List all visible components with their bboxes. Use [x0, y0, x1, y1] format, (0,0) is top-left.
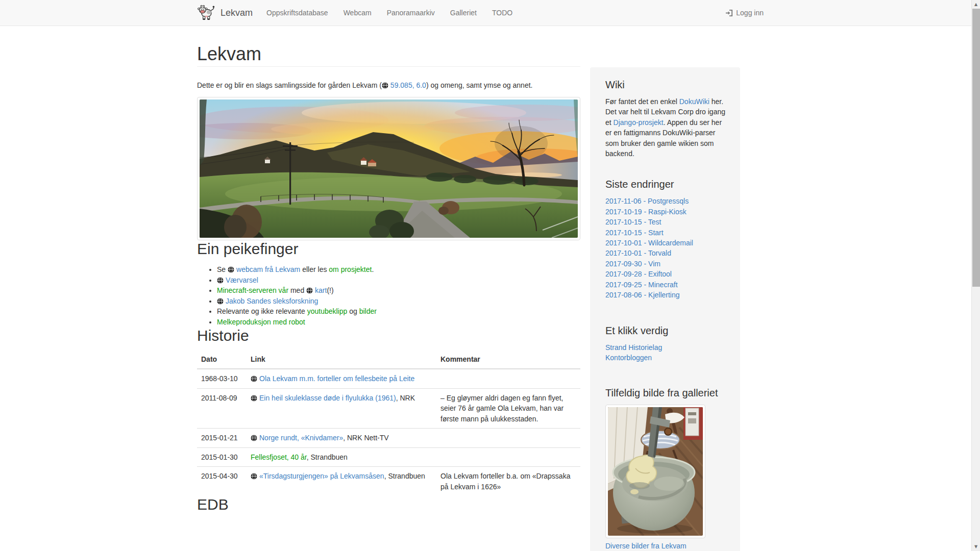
login-label: Logg inn	[736, 9, 764, 17]
page: { "colors": { "link_blue": "#3e80c2", "l…	[0, 0, 980, 551]
comment-cell: – Eg gløymer aldri dagen eg fann flyet, …	[436, 388, 580, 429]
wiki-link[interactable]: om prosjektet	[329, 265, 372, 273]
scroll-up-icon[interactable]: ▲	[972, 0, 980, 9]
scrollbar[interactable]: ▲ ▼	[971, 0, 980, 551]
navbar: Lekvam OppskriftsdatabaseWebcamPanoramaa…	[0, 0, 971, 26]
login-link[interactable]: Logg inn	[725, 9, 771, 17]
column-header-kommentar: Kommentar	[436, 350, 580, 369]
page-title: Lekvam	[197, 44, 580, 67]
wiki-link[interactable]: youtubeklipp	[307, 307, 348, 315]
external-link[interactable]: Jakob Sandes sleksforskning	[226, 297, 318, 305]
sidebar-heading-worth-a-click: Et klikk verdig	[605, 323, 729, 338]
comment-cell	[436, 447, 580, 467]
external-link[interactable]: «Tirsdagsturgjengen» på Lekvamsåsen	[259, 472, 384, 480]
pointer-item: Jakob Sandes sleksforskning	[217, 296, 580, 307]
nav-item-webcam[interactable]: Webcam	[336, 0, 379, 26]
worth-link[interactable]: Strand Historielag	[605, 342, 729, 353]
sidebar: Wiki Før fantet det en enkel DokuWiki he…	[590, 67, 740, 551]
globe-icon	[251, 395, 257, 402]
date-cell: 2015-01-30	[197, 447, 247, 467]
navbar-menu: OppskriftsdatabaseWebcamPanoramaarkivGal…	[259, 0, 520, 26]
navbar-container: Lekvam OppskriftsdatabaseWebcamPanoramaa…	[189, 0, 771, 26]
pointer-item: Værvarsel	[217, 275, 580, 286]
scrollbar-thumb[interactable]	[972, 9, 980, 287]
header-row: Dato Link Kommentar	[197, 350, 580, 369]
scroll-down-icon[interactable]: ▼	[972, 542, 980, 551]
recent-change-link[interactable]: 2017-10-15 - Start	[605, 228, 729, 238]
recent-change-link[interactable]: 2017-10-01 - Wildcardemail	[605, 238, 729, 248]
sidebar-heading-wiki: Wiki	[605, 78, 729, 92]
history-row: 1968-03-10Ola Lekvam m.m. forteller om f…	[197, 369, 580, 388]
wiki-link[interactable]: Melkeproduksjon med robot	[217, 318, 305, 326]
pointer-item: Melkeproduksjon med robot	[217, 317, 580, 328]
globe-icon	[251, 435, 257, 441]
link-cell: Ola Lekvam m.m. forteller om fellesbeite…	[247, 369, 436, 388]
external-link[interactable]: DokuWiki	[679, 97, 709, 106]
globe-icon	[382, 82, 388, 89]
date-cell: 2011-08-09	[197, 388, 247, 429]
date-cell: 2015-01-21	[197, 429, 247, 448]
brand-link[interactable]: Lekvam	[189, 4, 253, 22]
recent-change-link[interactable]: 2017-10-01 - Torvald	[605, 248, 729, 258]
link-cell: «Tirsdagsturgjengen» på Lekvamsåsen, Str…	[247, 467, 436, 496]
intro-text: Dette er og blir en slags samlingsside f…	[197, 80, 580, 90]
recent-changes-list: 2017-11-06 - Postgressqls2017-10-19 - Ra…	[605, 196, 729, 300]
wiki-link[interactable]: bilder	[359, 307, 377, 315]
worth-link[interactable]: Kontorbloggen	[605, 353, 729, 363]
history-table: Dato Link Kommentar 1968-03-10Ola Lekvam…	[197, 350, 580, 496]
pointer-item: Relevante og ikke relevante youtubeklipp…	[217, 306, 580, 317]
history-row: 2015-01-30Fellesfjoset, 40 år, Strandbue…	[197, 447, 580, 467]
globe-icon	[217, 298, 224, 305]
wiki-link[interactable]: Fellesfjoset, 40 år	[251, 453, 307, 461]
recent-change-link[interactable]: 2017-10-19 - Raspi-Kiosk	[605, 207, 729, 217]
external-link[interactable]: webcam frå Lekvam	[236, 265, 300, 273]
pointer-item: Se webcam frå Lekvam eller les om prosje…	[217, 264, 580, 275]
nav-item-oppskriftsdatabase[interactable]: Oppskriftsdatabase	[259, 0, 336, 26]
globe-icon	[251, 473, 257, 480]
comment-cell	[436, 429, 580, 448]
link-cell: Ein heil skuleklasse døde i flyulukka (1…	[247, 388, 436, 429]
cow-logo-icon	[197, 4, 215, 22]
worth-links: Strand HistorielagKontorbloggen	[605, 342, 729, 363]
history-row: 2015-01-21Norge rundt, «Knivdamer», NRK …	[197, 429, 580, 448]
pointer-item: Minecraft-serveren vår med kart(!)	[217, 285, 580, 296]
history-row: 2011-08-09Ein heil skuleklasse døde i fl…	[197, 388, 580, 429]
link-cell: Fellesfjoset, 40 år, Strandbuen	[247, 447, 436, 467]
external-link[interactable]: Ein heil skuleklasse døde i flyulukka (1…	[259, 394, 396, 402]
date-cell: 2015-04-30	[197, 467, 247, 496]
external-link[interactable]: Værvarsel	[226, 276, 258, 284]
recent-change-link[interactable]: 2017-09-30 - Vim	[605, 259, 729, 269]
nav-item-galleriet[interactable]: Galleriet	[443, 0, 484, 26]
globe-icon	[306, 287, 313, 294]
wiki-description: Før fantet det en enkel DokuWiki her. De…	[605, 96, 729, 159]
recent-change-link[interactable]: 2017-10-15 - Test	[605, 217, 729, 227]
external-link[interactable]: Ola Lekvam m.m. forteller om fellesbeite…	[259, 374, 414, 383]
recent-change-link[interactable]: 2017-08-06 - Kjellerting	[605, 290, 729, 300]
sidebar-heading-random-image: Tilfeldig bilde fra galleriet	[605, 386, 729, 400]
globe-icon	[228, 266, 234, 273]
comment-cell: Ola Lekvam forteller b.a. om «Drapssaka …	[436, 467, 580, 496]
gallery-thumbnail-image[interactable]	[605, 405, 705, 538]
gallery-link[interactable]: Diverse bilder fra Lekvam	[605, 541, 729, 551]
sidebar-heading-recent-changes: Siste endringer	[605, 177, 729, 191]
brand-label: Lekvam	[220, 8, 253, 18]
history-table-head: Dato Link Kommentar	[197, 350, 580, 369]
column-header-dato: Dato	[197, 350, 247, 369]
link-cell: Norge rundt, «Knivdamer», NRK Nett-TV	[247, 429, 436, 448]
wiki-link[interactable]: Minecraft-serveren vår	[217, 286, 288, 294]
nav-item-todo[interactable]: TODO	[484, 0, 520, 26]
history-tbody: 1968-03-10Ola Lekvam m.m. forteller om f…	[197, 369, 580, 496]
recent-change-link[interactable]: 2017-09-25 - Minecraft	[605, 280, 729, 290]
external-link[interactable]: Django-prosjekt	[614, 118, 664, 127]
recent-change-link[interactable]: 2017-09-28 - Exiftool	[605, 269, 729, 279]
recent-change-link[interactable]: 2017-11-06 - Postgressqls	[605, 196, 729, 206]
section-heading-edb: EDB	[197, 496, 580, 513]
coordinates-link[interactable]: 59.085, 6.0	[390, 81, 426, 89]
external-link[interactable]: Norge rundt, «Knivdamer»	[259, 434, 343, 442]
nav-item-panoramaarkiv[interactable]: Panoramaarkiv	[379, 0, 443, 26]
comment-cell	[436, 369, 580, 388]
webcam-panorama-image	[197, 97, 580, 240]
external-link[interactable]: kart	[315, 286, 327, 294]
section-heading-historie: Historie	[197, 327, 580, 344]
main-content: Lekvam Dette er og blir en slags samling…	[197, 26, 580, 513]
